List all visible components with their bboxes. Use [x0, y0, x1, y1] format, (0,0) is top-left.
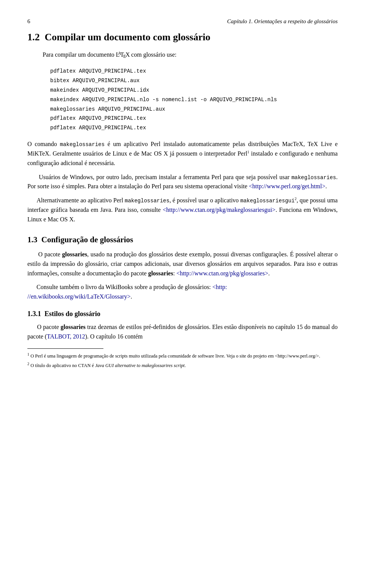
- ctan-glossaries-link[interactable]: <http://www.ctan.org/pkg/glossaries>: [176, 270, 268, 277]
- code-line-7: pdflatex ARQUIVO_PRINCIPAL.tex: [50, 123, 338, 133]
- chapter-title-header: Capítulo 1. Orientações a respeito de gl…: [227, 18, 338, 25]
- footnote-ref-2: 2: [295, 197, 297, 201]
- ctan-makeglossariesgui-link[interactable]: <http://www.ctan.org/pkg/makeglossariesg…: [163, 207, 276, 213]
- code-line-3: makeindex ARQUIVO_PRINCIPAL.idx: [50, 86, 338, 95]
- section-1-3-para2: Consulte também o livro da WikiBooks sob…: [27, 283, 338, 302]
- glossaries-bold-2: glossaries: [148, 270, 173, 277]
- section-1-3-1-para1: O pacote glossaries traz dezenas de esti…: [27, 323, 338, 342]
- section-1-2-title: 1.2 Compilar um documento com glossário: [27, 32, 338, 43]
- code-line-6: pdflatex ARQUIVO_PRINCIPAL.tex: [50, 114, 338, 123]
- section-1-2-para3: Alternativamente ao aplicativo Perl make…: [27, 196, 338, 224]
- footnote-ref-1: 1: [247, 150, 249, 154]
- page: 6 Capítulo 1. Orientações a respeito de …: [0, 0, 365, 588]
- makeglossaries-ref-1: makeglossaries: [60, 141, 105, 148]
- perl-link[interactable]: <http://www.perl.org/get.html>: [249, 183, 325, 189]
- code-block-compile: pdflatex ARQUIVO_PRINCIPAL.tex bibtex AR…: [50, 67, 338, 133]
- page-number: 6: [27, 18, 30, 25]
- section-1-3-title: 1.3 Configuração de glossários: [27, 235, 338, 245]
- wikibooks-link[interactable]: <http://en.wikibooks.org/wiki/LaTeX/Glos…: [27, 284, 227, 300]
- makeglossaries-ref-3: makeglossaries: [125, 198, 170, 204]
- footnote-divider: [27, 348, 103, 349]
- makeglossaries-ref-2: makeglossaries: [291, 175, 336, 181]
- section-1-3-para1: O pacote glossaries, usado na produção d…: [27, 250, 338, 278]
- glossaries-bold-3: glossaries: [60, 324, 86, 330]
- makeglossariesgui-ref: makeglossariesgui: [240, 198, 295, 204]
- section-1-3-1-title: 1.3.1 Estilos do glossário: [27, 310, 338, 318]
- section-1-2-para1: O comando makeglossaries é um aplicativo…: [27, 140, 338, 168]
- footnote-2: 2 O título do aplicativo no CTAN é Java …: [27, 361, 338, 369]
- section-1-2-para2: Usuários de Windows, por outro lado, pre…: [27, 173, 338, 192]
- page-header: 6 Capítulo 1. Orientações a respeito de …: [27, 18, 338, 25]
- code-line-1: pdflatex ARQUIVO_PRINCIPAL.tex: [50, 67, 338, 76]
- talbot-2012-ref[interactable]: TALBOT, 2012: [47, 333, 85, 340]
- glossaries-bold-1: glossaries: [62, 251, 87, 257]
- footnote-1: 1 O Perl é uma linguagem de programação …: [27, 352, 338, 359]
- code-line-2: bibtex ARQUIVO_PRINCIPAL.aux: [50, 76, 338, 86]
- section-1-2-intro: Para compilar um documento LATEX com glo…: [43, 50, 338, 60]
- code-line-4: makeindex ARQUIVO_PRINCIPAL.nlo -s nomen…: [50, 95, 338, 105]
- code-line-5: makeglossaries ARQUIVO_PRINCIPAL.aux: [50, 105, 338, 114]
